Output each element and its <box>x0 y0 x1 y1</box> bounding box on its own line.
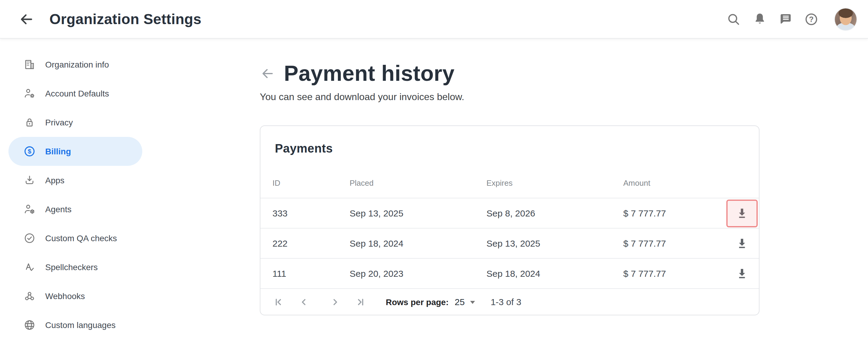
rows-per-page-value: 25 <box>455 297 465 307</box>
sidebar-item-label: Custom QA checks <box>45 233 117 243</box>
sidebar-item-label: Account Defaults <box>45 89 109 98</box>
lock-icon <box>24 116 36 128</box>
first-page-icon <box>272 295 285 308</box>
table-row: 333 Sep 13, 2025 Sep 8, 2026 $ 7 777.77 <box>260 198 759 228</box>
user-avatar[interactable] <box>834 7 857 30</box>
last-page-icon <box>354 295 367 308</box>
rows-per-page-label: Rows per page: <box>386 297 449 307</box>
payments-card-title: Payments <box>260 126 759 168</box>
download-icon <box>735 266 749 281</box>
cell-placed: Sep 13, 2025 <box>350 208 487 218</box>
sidebar-item-privacy[interactable]: Privacy <box>8 108 154 137</box>
cell-actions <box>726 236 749 251</box>
table-row: 111 Sep 20, 2023 Sep 18, 2024 $ 7 777.77 <box>260 258 759 288</box>
page-title: Organization Settings <box>50 10 201 27</box>
svg-text:?: ? <box>809 15 813 23</box>
sidebar-item-label: Privacy <box>45 118 73 127</box>
download-invoice-button[interactable] <box>735 266 749 281</box>
previous-page-button[interactable] <box>293 291 315 313</box>
cell-amount: $ 7 777.77 <box>623 268 726 279</box>
search-icon <box>726 12 741 26</box>
app-window: Organization Settings <box>0 0 868 344</box>
sidebar-item-billing[interactable]: $ Billing <box>8 137 142 166</box>
first-page-button[interactable] <box>268 291 289 313</box>
payment-history-subtitle: You can see and download your invoices b… <box>260 92 464 102</box>
person-cube-icon <box>24 203 36 215</box>
sidebar-item-account-defaults[interactable]: Account Defaults <box>8 79 154 108</box>
cell-amount: $ 7 777.77 <box>623 238 726 248</box>
cell-expires: Sep 8, 2026 <box>487 208 623 218</box>
sidebar-item-label: Webhooks <box>45 291 85 301</box>
chat-icon <box>778 12 792 26</box>
last-page-button[interactable] <box>350 291 371 313</box>
table-header-row: ID Placed Expires Amount <box>260 168 759 198</box>
sidebar-item-label: Organization info <box>45 60 109 69</box>
table-row: 222 Sep 18, 2024 Sep 13, 2025 $ 7 777.77 <box>260 228 759 258</box>
chevron-left-icon <box>297 295 310 308</box>
sidebar-item-custom-languages[interactable]: Custom languages <box>8 311 154 340</box>
sidebar-item-label: Spellcheckers <box>45 262 98 272</box>
chevron-right-icon <box>329 295 342 308</box>
settings-sidebar: Organization info Account Defaults <box>8 50 154 340</box>
download-icon <box>735 206 749 220</box>
rows-per-page-select[interactable]: 25 <box>455 297 475 307</box>
topbar-actions: ? <box>726 7 857 30</box>
next-page-button[interactable] <box>324 291 346 313</box>
building-icon <box>24 59 36 70</box>
back-button[interactable] <box>18 10 35 27</box>
sidebar-item-webhooks[interactable]: Webhooks <box>8 282 154 311</box>
cell-amount: $ 7 777.77 <box>623 208 726 218</box>
payment-history-title: Payment history <box>284 60 455 87</box>
download-icon <box>735 236 749 251</box>
cell-placed: Sep 20, 2023 <box>350 268 487 279</box>
sidebar-item-custom-qa-checks[interactable]: Custom QA checks <box>8 224 154 253</box>
sidebar-item-label: Agents <box>45 205 71 214</box>
sidebar-item-organization-info[interactable]: Organization info <box>8 50 154 79</box>
column-header-placed: Placed <box>350 178 487 187</box>
search-button[interactable] <box>726 11 741 27</box>
pagination-range: 1-3 of 3 <box>491 297 521 307</box>
sidebar-item-apps[interactable]: Apps <box>8 166 154 195</box>
cell-placed: Sep 18, 2024 <box>350 238 487 248</box>
cell-expires: Sep 13, 2025 <box>487 238 623 248</box>
svg-text:$: $ <box>28 148 31 155</box>
sidebar-item-agents[interactable]: Agents <box>8 195 154 224</box>
cell-actions <box>726 206 749 220</box>
column-header-amount: Amount <box>623 178 726 187</box>
download-tray-icon <box>24 174 36 186</box>
dollar-circle-icon: $ <box>24 145 36 157</box>
notifications-bell-icon <box>752 12 767 26</box>
payments-card: Payments ID Placed Expires Amount 333 Se… <box>260 125 760 315</box>
back-arrow-icon <box>260 66 275 81</box>
cell-id: 333 <box>273 208 350 218</box>
help-button[interactable]: ? <box>804 11 819 27</box>
column-header-id: ID <box>273 178 350 187</box>
chevron-down-icon <box>470 301 475 304</box>
person-gear-icon <box>24 88 36 99</box>
download-invoice-button[interactable] <box>735 236 749 251</box>
notifications-button[interactable] <box>752 11 767 27</box>
sidebar-item-label: Apps <box>45 176 64 185</box>
top-bar: Organization Settings <box>0 0 868 39</box>
column-header-expires: Expires <box>487 178 623 187</box>
globe-icon <box>24 319 36 331</box>
payment-history-header: Payment history <box>260 60 455 87</box>
table-pagination: Rows per page: 25 1-3 of 3 <box>260 288 759 315</box>
cell-expires: Sep 18, 2024 <box>487 268 623 279</box>
sidebar-item-label: Custom languages <box>45 320 116 330</box>
help-icon: ? <box>804 12 818 26</box>
cell-id: 222 <box>273 238 350 248</box>
webhook-icon <box>24 290 36 302</box>
back-arrow-icon <box>19 11 34 27</box>
spellcheck-icon <box>24 261 36 273</box>
check-circle-icon <box>24 232 36 244</box>
payment-history-back-button[interactable] <box>260 66 276 82</box>
cell-id: 111 <box>273 268 350 279</box>
sidebar-item-label: Billing <box>45 147 71 156</box>
chat-button[interactable] <box>778 11 793 27</box>
sidebar-item-spellcheckers[interactable]: Spellcheckers <box>8 253 154 282</box>
download-invoice-button[interactable] <box>735 206 749 220</box>
cell-actions <box>726 266 749 281</box>
